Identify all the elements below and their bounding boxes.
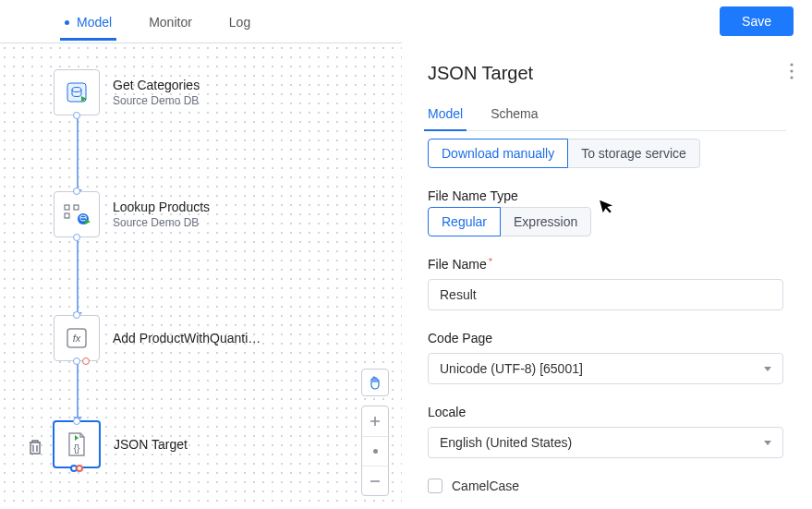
- panel-tabs: Model Schema: [428, 97, 786, 131]
- trash-icon: [28, 439, 42, 455]
- panel-title: JSON Target: [428, 63, 786, 84]
- zoom-reset-button[interactable]: [362, 436, 388, 466]
- code-page-label: Code Page: [428, 331, 786, 345]
- error-port[interactable]: [82, 358, 90, 365]
- download-manually-option[interactable]: Download manually: [428, 139, 568, 168]
- file-name-input[interactable]: [428, 279, 783, 310]
- svg-rect-3: [65, 205, 69, 210]
- panel-tab-schema[interactable]: Schema: [491, 97, 538, 130]
- top-tab-label: Monitor: [149, 15, 192, 30]
- input-port[interactable]: [73, 188, 80, 195]
- hand-icon: [368, 375, 382, 390]
- flow-canvas[interactable]: Get Categories Source Demo DB: [0, 42, 402, 509]
- code-page-select[interactable]: Unicode (UTF-8) [65001]: [428, 353, 783, 384]
- svg-point-14: [790, 69, 793, 72]
- svg-marker-11: [75, 435, 79, 441]
- flow-node-json-target[interactable]: {} JSON Target: [53, 420, 188, 468]
- top-tab-monitor[interactable]: Monitor: [149, 4, 192, 39]
- panel-menu-button[interactable]: [790, 63, 794, 79]
- zoom-out-button[interactable]: [362, 466, 388, 495]
- unsaved-dot-icon: [65, 20, 69, 25]
- top-tabs: Model Monitor Log: [65, 4, 250, 39]
- node-box: [54, 69, 100, 115]
- svg-text:fx: fx: [73, 333, 81, 344]
- node-box: fx: [54, 315, 100, 361]
- properties-panel: JSON Target Model Schema Download manual…: [402, 42, 812, 509]
- input-port[interactable]: [73, 418, 80, 425]
- svg-rect-5: [74, 205, 79, 210]
- input-port[interactable]: [73, 311, 80, 319]
- dot-icon: [373, 449, 378, 454]
- flow-edge: [77, 117, 79, 189]
- required-asterisk: *: [489, 256, 492, 267]
- flow-node-add-product[interactable]: fx Add ProductWithQuanti…: [54, 315, 261, 361]
- database-source-icon: [65, 80, 89, 104]
- save-button[interactable]: Save: [720, 6, 794, 36]
- node-box: {}: [53, 420, 101, 468]
- camelcase-row[interactable]: CamelCase: [428, 479, 786, 493]
- node-box: [54, 191, 100, 237]
- node-title: Lookup Products: [113, 200, 210, 214]
- file-name-type-segment: Regular Expression: [428, 207, 591, 236]
- node-title: Add ProductWithQuanti…: [113, 331, 261, 345]
- svg-point-15: [790, 76, 793, 79]
- output-port[interactable]: [73, 112, 80, 119]
- file-name-label: File Name*: [428, 257, 786, 272]
- node-title: Get Categories: [113, 78, 200, 92]
- node-text: Get Categories Source Demo DB: [113, 78, 200, 107]
- node-text: Add ProductWithQuanti…: [113, 331, 261, 345]
- select-value: English (United States): [440, 435, 572, 450]
- zoom-controls: [361, 406, 389, 496]
- error-port[interactable]: [76, 465, 83, 472]
- top-tab-model[interactable]: Model: [65, 4, 112, 39]
- svg-text:{}: {}: [74, 443, 80, 454]
- topbar: Model Monitor Log Save: [0, 0, 812, 42]
- camelcase-label: CamelCase: [452, 479, 519, 493]
- minus-icon: [369, 475, 382, 488]
- node-text: JSON Target: [114, 437, 188, 452]
- node-text: Lookup Products Source Demo DB: [113, 200, 210, 229]
- chevron-down-icon: [764, 367, 771, 371]
- chevron-down-icon: [764, 441, 771, 445]
- node-title: JSON Target: [114, 437, 188, 452]
- node-subtitle: Source Demo DB: [113, 94, 200, 107]
- lookup-icon: [63, 202, 91, 226]
- label-text: File Name: [428, 257, 487, 272]
- flow-edge: [77, 363, 79, 417]
- locale-label: Locale: [428, 405, 786, 419]
- svg-point-13: [790, 63, 793, 66]
- main: Get Categories Source Demo DB: [0, 42, 812, 509]
- json-file-icon: {}: [66, 431, 88, 457]
- flow-edge: [77, 240, 79, 312]
- top-tab-label: Model: [77, 15, 112, 30]
- panel-tab-model[interactable]: Model: [428, 97, 463, 130]
- delete-node-button[interactable]: [28, 439, 42, 455]
- file-name-type-regular[interactable]: Regular: [428, 207, 501, 236]
- to-storage-service-option[interactable]: To storage service: [567, 139, 700, 168]
- download-mode-segment: Download manually To storage service: [428, 139, 700, 168]
- flow-node-lookup-products[interactable]: Lookup Products Source Demo DB: [54, 191, 210, 237]
- locale-select[interactable]: English (United States): [428, 427, 783, 458]
- plus-icon: [369, 415, 382, 428]
- select-value: Unicode (UTF-8) [65001]: [440, 361, 583, 376]
- kebab-icon: [790, 63, 794, 79]
- output-port[interactable]: [73, 234, 80, 241]
- zoom-in-button[interactable]: [362, 406, 388, 436]
- top-tab-log[interactable]: Log: [229, 4, 250, 39]
- pan-tool-button[interactable]: [361, 369, 389, 396]
- svg-rect-4: [65, 213, 69, 218]
- flow-node-get-categories[interactable]: Get Categories Source Demo DB: [54, 69, 200, 115]
- output-port[interactable]: [73, 358, 80, 365]
- node-subtitle: Source Demo DB: [113, 216, 210, 229]
- camelcase-checkbox[interactable]: [428, 479, 442, 493]
- file-name-type-expression[interactable]: Expression: [500, 207, 591, 236]
- top-tab-label: Log: [229, 15, 250, 30]
- fx-icon: fx: [66, 327, 88, 349]
